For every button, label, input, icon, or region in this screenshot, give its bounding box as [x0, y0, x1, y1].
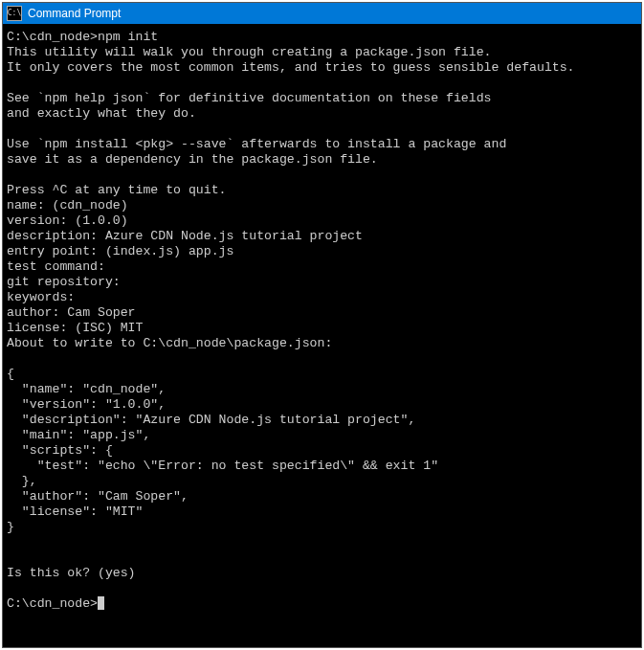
- json-output: "description": "Azure CDN Node.js tutori…: [7, 413, 415, 427]
- json-output: "test": "echo \"Error: no test specified…: [7, 459, 438, 473]
- command-prompt-window: C:\ Command Prompt C:\cdn_node>npm init …: [2, 2, 642, 648]
- json-output: "scripts": {: [7, 443, 113, 458]
- window-titlebar[interactable]: C:\ Command Prompt: [3, 3, 641, 24]
- npm-name-prompt: name: (cdn_node): [7, 198, 128, 213]
- output-line: See `npm help json` for definitive docum…: [7, 91, 491, 105]
- json-output: "author": "Cam Soper",: [7, 489, 189, 504]
- window-title: Command Prompt: [28, 7, 121, 20]
- json-output: "name": "cdn_node",: [7, 382, 166, 396]
- prompt: C:\cdn_node>: [7, 30, 98, 44]
- json-output: "version": "1.0.0",: [7, 397, 166, 412]
- npm-entry-prompt: entry point: (index.js) app.js: [7, 244, 233, 258]
- json-output: "main": "app.js",: [7, 428, 150, 442]
- npm-version-prompt: version: (1.0.0): [7, 213, 128, 228]
- npm-git-prompt: git repository:: [7, 275, 121, 289]
- npm-license-prompt: license: (ISC) MIT: [7, 321, 143, 335]
- output-line: It only covers the most common items, an…: [7, 60, 575, 75]
- terminal-area[interactable]: C:\cdn_node>npm init This utility will w…: [3, 24, 641, 647]
- json-output: "license": "MIT": [7, 504, 143, 519]
- npm-test-prompt: test command:: [7, 259, 105, 274]
- output-line: Press ^C at any time to quit.: [7, 183, 227, 197]
- json-output: }: [7, 520, 14, 534]
- json-output: },: [7, 474, 37, 488]
- text-cursor: [98, 596, 104, 610]
- output-line: and exactly what they do.: [7, 106, 196, 121]
- prompt: C:\cdn_node>: [7, 596, 98, 611]
- npm-keywords-prompt: keywords:: [7, 290, 75, 304]
- cmd-icon: C:\: [7, 6, 22, 21]
- npm-confirm-prompt: Is this ok? (yes): [7, 566, 136, 580]
- output-line: save it as a dependency in the package.j…: [7, 152, 378, 167]
- command-text: npm init: [98, 30, 158, 44]
- output-line: Use `npm install <pkg> --save` afterward…: [7, 137, 506, 151]
- npm-author-prompt: author: Cam Soper: [7, 305, 136, 320]
- npm-description-prompt: description: Azure CDN Node.js tutorial …: [7, 229, 363, 243]
- output-line: This utility will walk you through creat…: [7, 45, 491, 59]
- output-line: About to write to C:\cdn_node\package.js…: [7, 336, 332, 350]
- json-output: {: [7, 367, 14, 381]
